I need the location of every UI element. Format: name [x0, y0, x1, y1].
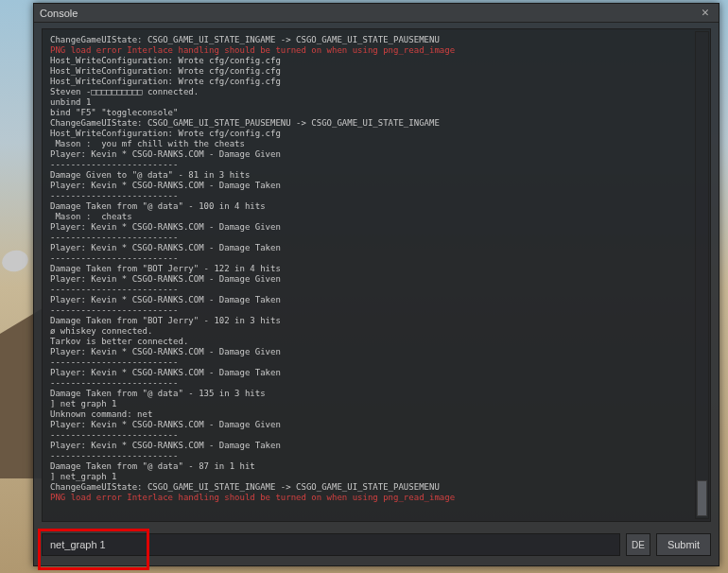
input-row: DE Submit	[42, 533, 711, 556]
window-title: Console	[40, 8, 698, 19]
log-line: -------------------------	[50, 253, 702, 264]
language-button[interactable]: DE	[626, 533, 650, 556]
log-line: Host_WriteConfiguration: Wrote cfg/confi…	[50, 77, 702, 87]
log-line: Host_WriteConfiguration: Wrote cfg/confi…	[50, 56, 702, 66]
scroll-thumb[interactable]	[697, 480, 707, 516]
log-line: Tarkov is better connected.	[50, 337, 702, 347]
log-line: Player: Kevin * CSGO-RANKS.COM - Damage …	[50, 347, 702, 357]
log-line: Unknown command: net	[50, 409, 702, 420]
scrollbar[interactable]	[695, 31, 709, 519]
log-line: Player: Kevin * CSGO-RANKS.COM - Damage …	[50, 243, 702, 253]
log-line: -------------------------	[50, 451, 702, 461]
log-line: Player: Kevin * CSGO-RANKS.COM - Damage …	[50, 274, 702, 285]
log-line: Damage Taken from "BOT Jerry" - 102 in 3…	[50, 316, 702, 326]
log-line: Player: Kevin * CSGO-RANKS.COM - Damage …	[50, 368, 702, 378]
submit-button[interactable]: Submit	[656, 533, 711, 556]
command-input[interactable]	[42, 533, 620, 556]
log-line: Player: Kevin * CSGO-RANKS.COM - Damage …	[50, 181, 702, 191]
log-line: ChangeGameUIState: CSGO_GAME_UI_STATE_IN…	[50, 35, 702, 45]
log-line: Host_WriteConfiguration: Wrote cfg/confi…	[50, 66, 702, 77]
console-log-area[interactable]: ChangeGameUIState: CSGO_GAME_UI_STATE_IN…	[42, 28, 711, 522]
log-line: Damage Taken from "BOT Jerry" - 122 in 4…	[50, 264, 702, 274]
log-line: Mason : you mf chill with the cheats	[50, 139, 702, 149]
log-line: -------------------------	[50, 160, 702, 170]
log-line: Steven -□□□□□□□□□□ connected.	[50, 87, 702, 97]
log-line: ChangeGameUIState: CSGO_GAME_UI_STATE_PA…	[50, 118, 702, 129]
log-line: Player: Kevin * CSGO-RANKS.COM - Damage …	[50, 441, 702, 451]
log-line: ChangeGameUIState: CSGO_GAME_UI_STATE_IN…	[50, 482, 702, 493]
log-line: ] net_graph 1	[50, 472, 702, 482]
log-line: unbind 1	[50, 97, 702, 108]
log-line: Damage Taken from "@ data" - 135 in 3 hi…	[50, 389, 702, 399]
log-line: Damage Taken from "@ data" - 87 in 1 hit	[50, 461, 702, 472]
log-line: Mason : cheats	[50, 212, 702, 222]
log-line: -------------------------	[50, 378, 702, 389]
log-line-error: PNG load error Interlace handling should…	[50, 45, 702, 56]
log-line: Damage Taken from "@ data" - 100 in 4 hi…	[50, 201, 702, 212]
log-line: ] net graph 1	[50, 399, 702, 409]
log-line: -------------------------	[50, 357, 702, 368]
log-line: Player: Kevin * CSGO-RANKS.COM - Damage …	[50, 420, 702, 430]
log-line: bind "F5" "toggleconsole"	[50, 108, 702, 118]
log-line: Player: Kevin * CSGO-RANKS.COM - Damage …	[50, 295, 702, 305]
log-line-error: PNG load error Interlace handling should…	[50, 493, 702, 503]
log-line: Host_WriteConfiguration: Wrote cfg/confi…	[50, 129, 702, 139]
titlebar[interactable]: Console ✕	[34, 4, 719, 23]
log-line: -------------------------	[50, 233, 702, 243]
log-line: -------------------------	[50, 285, 702, 295]
console-log-text: ChangeGameUIState: CSGO_GAME_UI_STATE_IN…	[43, 29, 710, 509]
log-line: -------------------------	[50, 430, 702, 441]
log-line: Player: Kevin * CSGO-RANKS.COM - Damage …	[50, 222, 702, 233]
console-window: Console ✕ ChangeGameUIState: CSGO_GAME_U…	[33, 3, 719, 566]
close-icon[interactable]: ✕	[698, 6, 713, 21]
log-line: ø whiskey connected.	[50, 326, 702, 337]
log-line: -------------------------	[50, 305, 702, 316]
log-line: Damage Given to "@ data" - 81 in 3 hits	[50, 170, 702, 181]
log-line: -------------------------	[50, 191, 702, 201]
log-line: Player: Kevin * CSGO-RANKS.COM - Damage …	[50, 149, 702, 160]
